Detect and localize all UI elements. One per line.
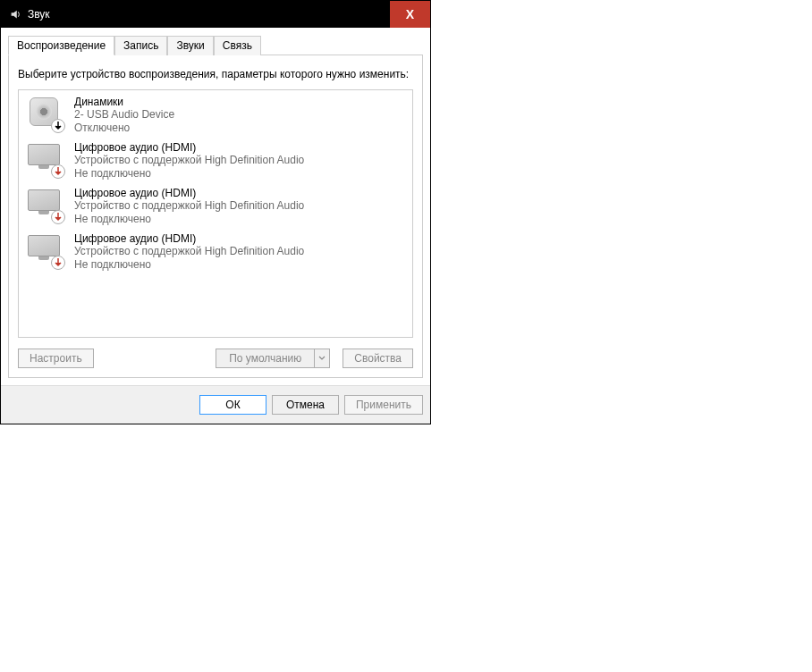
titlebar[interactable]: Звук X	[1, 1, 430, 28]
arrow-down-red-icon	[51, 256, 65, 270]
monitor-icon	[26, 187, 67, 223]
speaker-icon	[26, 96, 67, 131]
arrow-down-red-icon	[51, 164, 65, 179]
tab-recording[interactable]: Запись	[114, 36, 167, 55]
device-desc: Устройство с поддержкой High Definition …	[74, 199, 304, 213]
device-text: Динамики 2- USB Audio Device Отключено	[74, 96, 174, 134]
close-icon: X	[406, 7, 414, 21]
device-status: Не подключено	[74, 213, 304, 225]
window-title: Звук	[28, 8, 50, 21]
device-status: Отключено	[74, 122, 174, 134]
sound-dialog-window: Звук X Воспроизведение Запись Звуки Связ…	[0, 0, 431, 424]
device-status: Не подключено	[74, 167, 304, 180]
apply-button[interactable]: Применить	[344, 395, 423, 415]
device-list[interactable]: Динамики 2- USB Audio Device Отключено Ц…	[18, 89, 413, 338]
device-item-hdmi-2[interactable]: Цифровое аудио (HDMI) Устройство с подде…	[21, 183, 410, 229]
device-item-speakers[interactable]: Динамики 2- USB Audio Device Отключено	[21, 92, 410, 138]
device-name: Цифровое аудио (HDMI)	[74, 187, 304, 199]
device-desc: Устройство с поддержкой High Definition …	[74, 245, 304, 258]
tab-communications[interactable]: Связь	[214, 36, 261, 55]
device-name: Цифровое аудио (HDMI)	[74, 141, 304, 154]
device-item-hdmi-3[interactable]: Цифровое аудио (HDMI) Устройство с подде…	[21, 229, 410, 274]
close-button[interactable]: X	[390, 1, 430, 28]
lower-button-row: Настроить По умолчанию Свойства	[18, 349, 413, 368]
device-item-hdmi-1[interactable]: Цифровое аудио (HDMI) Устройство с подде…	[21, 138, 410, 183]
tab-playback[interactable]: Воспроизведение	[8, 36, 114, 55]
device-text: Цифровое аудио (HDMI) Устройство с подде…	[74, 141, 304, 180]
sound-icon	[8, 7, 22, 21]
chevron-down-icon[interactable]	[315, 349, 329, 367]
dialog-footer: ОК Отмена Применить	[1, 385, 430, 424]
device-name: Цифровое аудио (HDMI)	[74, 232, 304, 245]
tab-content-playback: Выберите устройство воспроизведения, пар…	[8, 55, 423, 378]
cancel-button[interactable]: Отмена	[272, 395, 339, 415]
device-status: Не подключено	[74, 258, 304, 271]
arrow-down-red-icon	[51, 210, 65, 224]
dialog-body: Воспроизведение Запись Звуки Связь Выбер…	[1, 28, 430, 385]
device-desc: Устройство с поддержкой High Definition …	[74, 154, 304, 167]
set-default-button[interactable]: По умолчанию	[216, 349, 330, 368]
device-text: Цифровое аудио (HDMI) Устройство с подде…	[74, 232, 304, 271]
monitor-icon	[26, 141, 67, 177]
ok-button[interactable]: ОК	[199, 395, 266, 415]
configure-button[interactable]: Настроить	[18, 349, 94, 368]
monitor-icon	[26, 232, 67, 268]
device-desc: 2- USB Audio Device	[74, 108, 174, 122]
properties-button[interactable]: Свойства	[343, 349, 413, 368]
tab-strip: Воспроизведение Запись Звуки Связь	[8, 35, 423, 55]
device-text: Цифровое аудио (HDMI) Устройство с подде…	[74, 187, 304, 225]
tab-sounds[interactable]: Звуки	[167, 36, 213, 55]
arrow-down-icon	[51, 119, 65, 133]
instruction-text: Выберите устройство воспроизведения, пар…	[18, 68, 413, 82]
device-name: Динамики	[74, 96, 174, 108]
set-default-label: По умолчанию	[216, 349, 315, 367]
